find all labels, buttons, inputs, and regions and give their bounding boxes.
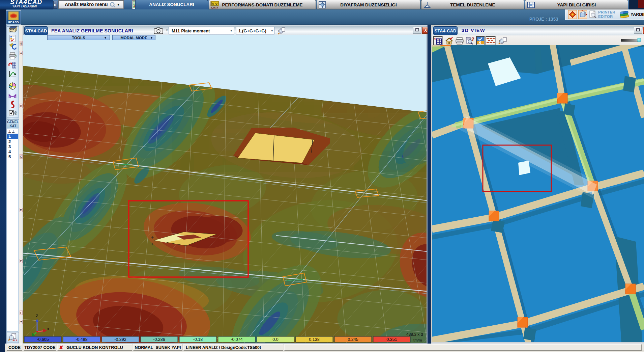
svg-text:-0.392: -0.392 [114, 337, 126, 342]
svg-text:-0.605: -0.605 [37, 337, 49, 342]
svg-text:tm/m: tm/m [413, 338, 422, 342]
svg-text:438.3 x d: 438.3 x d [406, 332, 423, 337]
svg-text:ALL: ALL [12, 339, 18, 342]
svg-text:0.138: 0.138 [309, 337, 319, 342]
svg-text:x: x [47, 327, 50, 331]
svg-text:0.351: 0.351 [386, 337, 397, 342]
svg-text:?: ? [471, 37, 474, 42]
svg-text:-0.074: -0.074 [231, 337, 242, 342]
svg-text:0.245: 0.245 [348, 337, 358, 342]
svg-text:0.0: 0.0 [272, 337, 278, 342]
svg-text:®: ® [14, 111, 17, 116]
svg-text:-0.18: -0.18 [193, 337, 203, 342]
svg-text:-0.498: -0.498 [76, 337, 87, 342]
svg-text:Z: Z [36, 314, 38, 318]
svg-text:-0.286: -0.286 [153, 337, 165, 342]
